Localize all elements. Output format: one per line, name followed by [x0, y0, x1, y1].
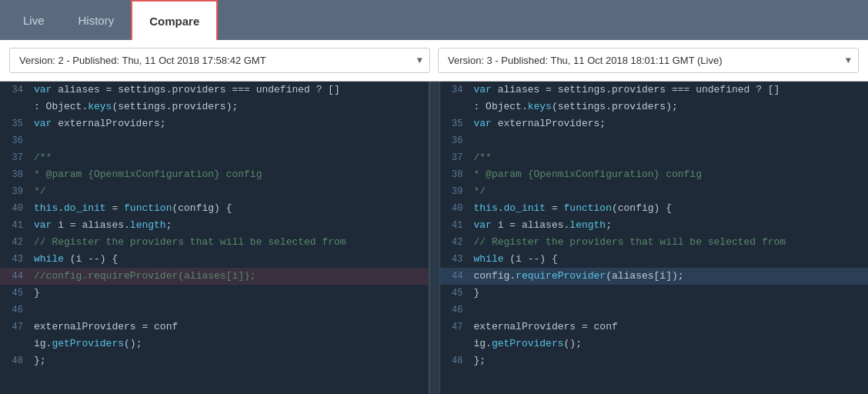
code-line: 37 /**	[440, 149, 869, 166]
code-line: 43 while (i --) {	[0, 251, 429, 268]
line-code: */	[31, 183, 429, 200]
code-line: 37 /**	[0, 149, 429, 166]
code-line: 47 externalProviders = conf	[440, 319, 869, 336]
line-code: //config.requireProvider(aliases[i]);	[31, 268, 429, 285]
line-number: 38	[0, 166, 31, 183]
right-version-selector-wrap: Version: 3 - Published: Thu, 11 Oct 2018…	[438, 48, 859, 73]
line-number: 39	[440, 183, 471, 200]
line-number: 38	[440, 166, 471, 183]
code-line: 36	[440, 132, 869, 149]
line-number: 45	[0, 285, 31, 302]
line-number: 41	[0, 217, 31, 234]
line-code: }	[31, 285, 429, 302]
line-number: 48	[0, 352, 31, 369]
code-line: 35 var externalProviders;	[440, 115, 869, 132]
line-code: };	[31, 352, 429, 369]
line-number: 45	[440, 285, 471, 302]
line-code	[31, 302, 429, 319]
code-line: 41 var i = aliases.length;	[440, 217, 869, 234]
line-code: externalProviders = conf	[31, 319, 429, 336]
code-line: 34 var aliases = settings.providers === …	[0, 82, 429, 98]
line-number: 40	[440, 200, 471, 217]
line-number: 46	[0, 302, 31, 319]
line-number: 36	[0, 132, 31, 149]
code-line: 48 };	[0, 352, 429, 369]
line-number: 47	[0, 319, 31, 336]
code-line: 41 var i = aliases.length;	[0, 217, 429, 234]
line-number: 43	[440, 251, 471, 268]
code-line: 36	[0, 132, 429, 149]
tab-compare[interactable]: Compare	[131, 0, 218, 40]
line-number: 35	[0, 115, 31, 132]
line-code: var externalProviders;	[471, 115, 869, 132]
line-code: // Register the providers that will be s…	[471, 234, 869, 251]
line-code: /**	[471, 149, 869, 166]
tab-live[interactable]: Live	[6, 0, 62, 40]
selectors-row: Version: 2 - Published: Thu, 11 Oct 2018…	[0, 40, 868, 82]
line-number: 42	[0, 234, 31, 251]
line-code	[471, 302, 869, 319]
line-number: 37	[0, 149, 31, 166]
code-line: 45 }	[0, 285, 429, 302]
line-number: 46	[440, 302, 471, 319]
line-number: 43	[0, 251, 31, 268]
line-code: var aliases = settings.providers === und…	[471, 82, 869, 98]
line-code: /**	[31, 149, 429, 166]
line-number: 48	[440, 352, 471, 369]
line-number: 37	[440, 149, 471, 166]
line-number: 47	[440, 319, 471, 336]
line-code: }	[471, 285, 869, 302]
line-number: 42	[440, 234, 471, 251]
line-code: var i = aliases.length;	[31, 217, 429, 234]
code-line: : Object.keys(settings.providers);	[0, 98, 429, 115]
line-code: config.requireProvider(aliases[i]);	[471, 268, 869, 285]
nav-bar: Live History Compare	[0, 0, 868, 40]
tab-history[interactable]: History	[62, 0, 132, 40]
code-line: 45 }	[440, 285, 869, 302]
code-panels-container: 34 var aliases = settings.providers === …	[0, 82, 868, 394]
code-line: 48 };	[440, 352, 869, 369]
line-number: 34	[0, 82, 31, 98]
line-code	[31, 132, 429, 149]
code-line: 46	[0, 302, 429, 319]
line-code: };	[471, 352, 869, 369]
code-line: ig.getProviders();	[440, 336, 869, 352]
line-code: * @param {OpenmixConfiguration} config	[471, 166, 869, 183]
left-version-select[interactable]: Version: 2 - Published: Thu, 11 Oct 2018…	[9, 48, 430, 73]
right-version-select[interactable]: Version: 3 - Published: Thu, 11 Oct 2018…	[438, 48, 859, 73]
line-code: var externalProviders;	[31, 115, 429, 132]
code-line: 42 // Register the providers that will b…	[0, 234, 429, 251]
line-number: 44	[0, 268, 31, 285]
code-line: 39 */	[440, 183, 869, 200]
code-line: 46	[440, 302, 869, 319]
left-code-panel: 34 var aliases = settings.providers === …	[0, 82, 429, 394]
line-code	[471, 132, 869, 149]
code-line: 47 externalProviders = conf	[0, 319, 429, 336]
code-line: 44 //config.requireProvider(aliases[i]);	[0, 268, 429, 285]
code-line: 40 this.do_init = function(config) {	[440, 200, 869, 217]
code-line: 44 config.requireProvider(aliases[i]);	[440, 268, 869, 285]
line-code: while (i --) {	[31, 251, 429, 268]
code-line: 38 * @param {OpenmixConfiguration} confi…	[0, 166, 429, 183]
line-code: ig.getProviders();	[471, 336, 869, 352]
line-code: while (i --) {	[471, 251, 869, 268]
line-code: : Object.keys(settings.providers);	[471, 98, 869, 115]
scroll-divider[interactable]	[429, 82, 440, 394]
line-code: * @param {OpenmixConfiguration} config	[31, 166, 429, 183]
line-code: */	[471, 183, 869, 200]
right-code-panel: 34 var aliases = settings.providers === …	[440, 82, 869, 394]
code-line: 35 var externalProviders;	[0, 115, 429, 132]
line-number: 34	[440, 82, 471, 98]
line-code: externalProviders = conf	[471, 319, 869, 336]
code-line: : Object.keys(settings.providers);	[440, 98, 869, 115]
line-code: var aliases = settings.providers === und…	[31, 82, 429, 98]
line-number: 35	[440, 115, 471, 132]
line-code: ig.getProviders();	[31, 336, 429, 352]
left-version-selector-wrap: Version: 2 - Published: Thu, 11 Oct 2018…	[9, 48, 430, 73]
line-code: this.do_init = function(config) {	[31, 200, 429, 217]
code-line: 42 // Register the providers that will b…	[440, 234, 869, 251]
line-number: 39	[0, 183, 31, 200]
code-line: ig.getProviders();	[0, 336, 429, 352]
line-number: 40	[0, 200, 31, 217]
line-code: this.do_init = function(config) {	[471, 200, 869, 217]
